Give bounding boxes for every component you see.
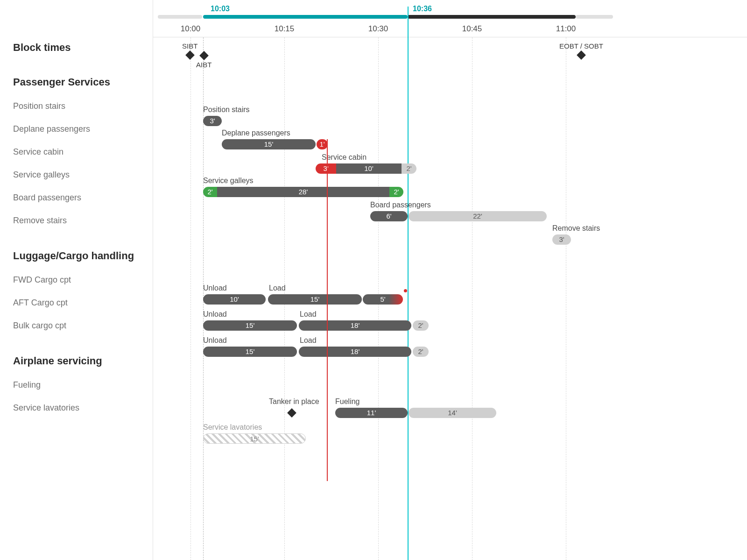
bar-fwd-unload[interactable]: 10' bbox=[203, 294, 266, 305]
alert-dot-icon bbox=[404, 289, 407, 292]
bar-position-stairs[interactable]: 3' bbox=[203, 116, 222, 126]
sidebar-item-service-galleys[interactable]: Service galleys bbox=[0, 163, 153, 186]
sidebar-item-fwd-cargo[interactable]: FWD Cargo cpt bbox=[0, 269, 153, 291]
milestone-aibt: AIBT bbox=[196, 50, 211, 69]
row-board[interactable]: Board passengers 6' 22' bbox=[153, 211, 747, 234]
tick-1030: 10:30 bbox=[368, 24, 388, 34]
group-luggage[interactable]: Luggage/Cargo handling bbox=[0, 243, 153, 269]
sidebar-item-fueling[interactable]: Fueling bbox=[0, 374, 153, 397]
critical-path-line bbox=[327, 139, 328, 481]
bar-remove-stairs[interactable]: 3' bbox=[552, 234, 571, 245]
bar-fueling-done[interactable]: 11' bbox=[335, 408, 408, 418]
row-lavatories[interactable]: Service lavatories 15' bbox=[153, 433, 747, 457]
bar-deplane-main[interactable]: 15' bbox=[222, 139, 316, 149]
group-block-times[interactable]: Block times bbox=[0, 35, 153, 60]
milestone-sibt: SIBT bbox=[182, 42, 197, 60]
timeline-area: 10:03 10:36 10:00 10:15 10:30 10:45 11:0… bbox=[153, 0, 747, 560]
bar-galleys-pre[interactable]: 2' bbox=[203, 187, 217, 197]
diamond-icon bbox=[199, 51, 209, 60]
sidebar-item-deplane[interactable]: Deplane passengers bbox=[0, 118, 153, 141]
sidebar-item-lavatories[interactable]: Service lavatories bbox=[0, 397, 153, 419]
bar-bulk-pending[interactable]: 2' bbox=[413, 347, 429, 357]
group-passenger-services[interactable]: Passenger Services bbox=[0, 70, 153, 95]
progress-band: 10:03 10:36 bbox=[153, 7, 747, 21]
milestone-eobt: EOBT / SOBT bbox=[559, 42, 603, 60]
diamond-icon bbox=[577, 50, 586, 60]
row-aft-cargo[interactable]: Unload Load 15' 18' 2' bbox=[153, 320, 747, 344]
tick-1045: 10:45 bbox=[462, 24, 482, 34]
sidebar-item-position-stairs[interactable]: Position stairs bbox=[0, 95, 153, 118]
group-servicing[interactable]: Airplane servicing bbox=[0, 348, 153, 374]
sidebar-item-aft-cargo[interactable]: AFT Cargo cpt bbox=[0, 291, 153, 314]
time-axis: 10:00 10:15 10:30 10:45 11:00 bbox=[153, 21, 747, 37]
sidebar-item-remove-stairs[interactable]: Remove stairs bbox=[0, 209, 153, 232]
current-time-line bbox=[408, 7, 409, 560]
sidebar-item-service-cabin[interactable]: Service cabin bbox=[0, 141, 153, 163]
row-service-galleys[interactable]: Service galleys 2' 28' 2' bbox=[153, 187, 747, 210]
row-fwd-cargo[interactable]: Unload Load 10' 15' 5' bbox=[153, 294, 747, 318]
tick-1015: 10:15 bbox=[275, 24, 295, 34]
bar-bulk-load[interactable]: 18' bbox=[299, 347, 411, 357]
bar-galleys-main[interactable]: 28' bbox=[217, 187, 389, 197]
bar-cabin-main[interactable]: 10' bbox=[336, 163, 402, 174]
bar-bulk-unload[interactable]: 15' bbox=[203, 347, 297, 357]
bar-board-pending[interactable]: 22' bbox=[409, 211, 547, 221]
bar-aft-pending[interactable]: 2' bbox=[413, 320, 429, 331]
sidebar: Block times Passenger Services Position … bbox=[0, 0, 153, 560]
bar-cabin-pending[interactable]: 2' bbox=[402, 163, 416, 174]
bar-lavatories[interactable]: 15' bbox=[203, 433, 306, 444]
row-remove-stairs[interactable]: Remove stairs 3' bbox=[153, 234, 747, 258]
bar-cabin-overrun[interactable]: 3' bbox=[316, 163, 336, 174]
tick-1100: 11:00 bbox=[556, 24, 576, 34]
row-deplane[interactable]: Deplane passengers 15' 1' bbox=[153, 139, 747, 163]
bar-fwd-load[interactable]: 15' bbox=[268, 294, 362, 305]
now-time-label: 10:36 bbox=[413, 5, 432, 13]
bar-board-done[interactable]: 6' bbox=[370, 211, 408, 221]
bar-deplane-overrun[interactable]: 1' bbox=[317, 139, 328, 149]
diamond-icon bbox=[185, 50, 195, 60]
tick-1000: 10:00 bbox=[181, 24, 201, 34]
sidebar-item-bulk-cargo[interactable]: Bulk cargo cpt bbox=[0, 314, 153, 337]
bar-fwd-overrun[interactable]: 5' bbox=[363, 294, 403, 305]
row-bulk-cargo[interactable]: Unload Load 15' 18' 2' bbox=[153, 347, 747, 370]
sidebar-item-board[interactable]: Board passengers bbox=[0, 186, 153, 209]
bar-galleys-post[interactable]: 2' bbox=[389, 187, 403, 197]
start-time-label: 10:03 bbox=[211, 5, 230, 13]
app-root: Block times Passenger Services Position … bbox=[0, 0, 747, 560]
bar-aft-load[interactable]: 18' bbox=[299, 320, 411, 331]
diamond-icon bbox=[287, 408, 296, 418]
gantt-body[interactable]: SIBT AIBT EOBT / SOBT Position stairs 3'… bbox=[153, 37, 747, 560]
bar-fueling-pending[interactable]: 14' bbox=[409, 408, 496, 418]
bar-aft-unload[interactable]: 15' bbox=[203, 320, 297, 331]
